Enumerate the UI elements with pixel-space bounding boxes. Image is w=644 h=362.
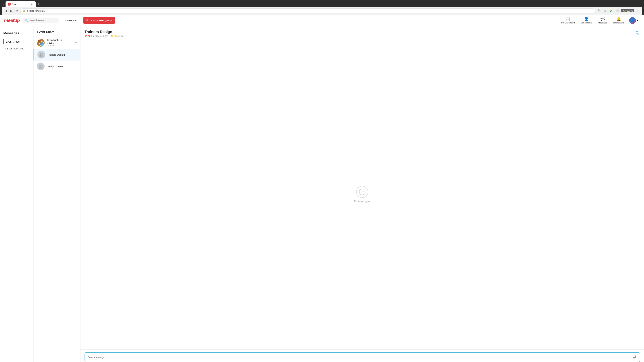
search-bar[interactable]: 🔍 Search events: [22, 17, 59, 23]
svg-point-0: [40, 53, 42, 55]
trainers-design-avatar: [38, 51, 45, 58]
browser-chrome: ‹ m Chats ✕ + ◀ ▶ ↻ 🔒 meetup.com/chats/ …: [0, 0, 644, 14]
svg-point-13: [363, 192, 364, 192]
sidebar-title: Messages: [3, 31, 30, 35]
trivia-chat-preview: sample: [46, 44, 68, 47]
message-input-area: [80, 350, 644, 362]
meta-folder-text: 📁 Admin: [114, 35, 124, 37]
nav-item-notifications[interactable]: 🔔 Notifications: [610, 15, 627, 25]
search-placeholder: Search events: [30, 19, 46, 22]
search-action-icon: 🔍: [86, 19, 90, 22]
svg-point-7: [40, 67, 43, 68]
direct-messages-label: Direct Messages: [5, 47, 24, 50]
chat-item-design-training[interactable]: Design Training: [34, 60, 80, 72]
extensions-btn[interactable]: 🧩: [608, 8, 614, 13]
message-input-wrapper: [84, 352, 640, 362]
location-display[interactable]: Dover, DE: [62, 19, 80, 22]
browser-toolbar: ◀ ▶ ↻ 🔒 meetup.com/chats/ 🔍 ☆ 🧩 ⬜ 🕵️ Inc…: [2, 7, 642, 14]
folder-icon: 📁: [111, 35, 114, 37]
tab-title: Chats: [12, 3, 18, 5]
chat-header: Trainers Design 📅 📅 Fri, May 10, 2024 📁 …: [80, 26, 644, 39]
svg-point-6: [41, 65, 42, 66]
logo-text: meetup: [4, 18, 20, 23]
nav-label-notifications: Notifications: [613, 22, 624, 24]
svg-point-3: [41, 55, 44, 57]
forward-btn[interactable]: ▶: [10, 8, 14, 13]
lock-icon: 🔒: [23, 10, 25, 12]
chat-item-trivia[interactable]: Trivia Night in Dover, sample 6:11 PM: [34, 36, 80, 49]
trivia-chat-info: Trivia Night in Dover, sample: [46, 38, 68, 47]
logo[interactable]: meetup: [4, 18, 20, 23]
browser-tabs: ‹ m Chats ✕ +: [2, 1, 642, 7]
messages-area: No messages: [80, 39, 644, 350]
app-header: meetup 🔍 Search events Dover, DE 🔍 Start…: [0, 14, 644, 26]
design-training-avatar: [37, 62, 44, 70]
browser-tab-active[interactable]: m Chats ✕: [6, 1, 36, 7]
svg-point-2: [42, 53, 43, 55]
start-group-btn[interactable]: 🔍 Start a new group: [83, 17, 116, 24]
location-text: Dover, DE: [66, 19, 77, 22]
no-messages-icon: [356, 186, 368, 198]
toolbar-right: 🔍 ☆ 🧩 ⬜ 🕵️ Incognito ⋮: [596, 8, 640, 13]
chat-header-info: Trainers Design 📅 📅 Fri, May 10, 2024 📁 …: [84, 30, 124, 37]
trainers-design-chat-info: Trainers Design: [47, 53, 77, 56]
search-toolbar-btn[interactable]: 🔍: [596, 8, 602, 13]
tab-favicon: m: [8, 3, 10, 5]
nav-label-dashboard: Pro Dashboard: [561, 22, 575, 24]
chat-panel: Trainers Design 📅 📅 Fri, May 10, 2024 📁 …: [80, 26, 644, 362]
tab-back-btn[interactable]: ‹: [2, 2, 5, 6]
meta-date-text: 📅 Fri, May 10, 2024: [88, 35, 108, 37]
sidebar-item-direct-messages[interactable]: Direct Messages: [3, 45, 30, 52]
svg-point-11: [360, 192, 362, 192]
notifications-icon: 🔔: [616, 17, 621, 21]
meta-date: 📅 📅 Fri, May 10, 2024: [84, 35, 108, 37]
nav-label-messages: Messages: [598, 22, 607, 24]
chat-item-trainers-design[interactable]: Trainers Design: [34, 49, 80, 60]
chat-search-btn[interactable]: [634, 30, 640, 37]
main-content: Messages Event Chats Direct Messages Eve…: [0, 26, 644, 362]
calendar-icon: 📅: [84, 35, 87, 37]
design-training-chat-name: Design Training: [46, 65, 77, 68]
trainers-design-chat-name: Trainers Design: [47, 53, 77, 56]
nav-item-pro-dashboard[interactable]: 📊 Pro Dashboard: [558, 15, 578, 25]
back-btn[interactable]: ◀: [4, 8, 8, 13]
chat-header-meta: 📅 📅 Fri, May 10, 2024 📁 📁 Admin: [84, 35, 124, 37]
svg-point-12: [362, 192, 363, 192]
profile-btn[interactable]: ⬜: [615, 8, 620, 13]
refresh-btn[interactable]: ↻: [15, 8, 19, 13]
trivia-avatar-1: [37, 39, 42, 43]
search-icon: 🔍: [25, 19, 28, 22]
trivia-chat-time: 6:11 PM: [70, 41, 77, 44]
chat-header-title: Trainers Design: [84, 30, 124, 34]
header-nav: 📊 Pro Dashboard 👤 Connections 💬 Messages…: [558, 15, 640, 25]
design-training-chat-info: Design Training: [46, 65, 77, 68]
message-input[interactable]: [88, 356, 630, 359]
chat-list-title: Event Chats: [34, 30, 80, 36]
event-chats-label: Event Chats: [6, 40, 20, 43]
messages-icon: 💬: [600, 17, 605, 21]
dashboard-icon: 📊: [566, 17, 570, 21]
sidebar: Messages Event Chats Direct Messages: [0, 26, 34, 362]
bookmark-btn[interactable]: ☆: [603, 8, 607, 13]
new-tab-btn[interactable]: +: [36, 2, 41, 7]
svg-line-9: [638, 33, 639, 34]
menu-btn[interactable]: ⋮: [635, 8, 640, 13]
address-bar[interactable]: 🔒 meetup.com/chats/: [20, 8, 595, 13]
nav-item-connections[interactable]: 👤 Connections: [578, 15, 595, 25]
sidebar-item-event-chats[interactable]: Event Chats: [3, 38, 30, 45]
incognito-label: Incognito: [626, 10, 633, 12]
user-avatar-group[interactable]: 👤 ▾: [627, 16, 640, 25]
nav-item-messages[interactable]: 💬 Messages: [595, 15, 610, 25]
meta-folder: 📁 📁 Admin: [111, 35, 124, 37]
trivia-avatar-bg: [37, 39, 44, 46]
url-text: meetup.com/chats/: [27, 9, 45, 12]
chat-list-panel: Event Chats Trivia Night in Dover, sampl…: [34, 26, 80, 362]
user-avatar: 👤: [629, 17, 636, 24]
trivia-chat-name: Trivia Night in Dover,: [46, 38, 68, 44]
attach-btn[interactable]: [632, 355, 637, 360]
avatar-chevron: ▾: [636, 19, 638, 22]
incognito-icon: 🕵️: [622, 10, 625, 12]
svg-point-4: [39, 65, 41, 66]
nav-label-connections: Connections: [581, 22, 592, 24]
tab-close-btn[interactable]: ✕: [30, 3, 33, 6]
